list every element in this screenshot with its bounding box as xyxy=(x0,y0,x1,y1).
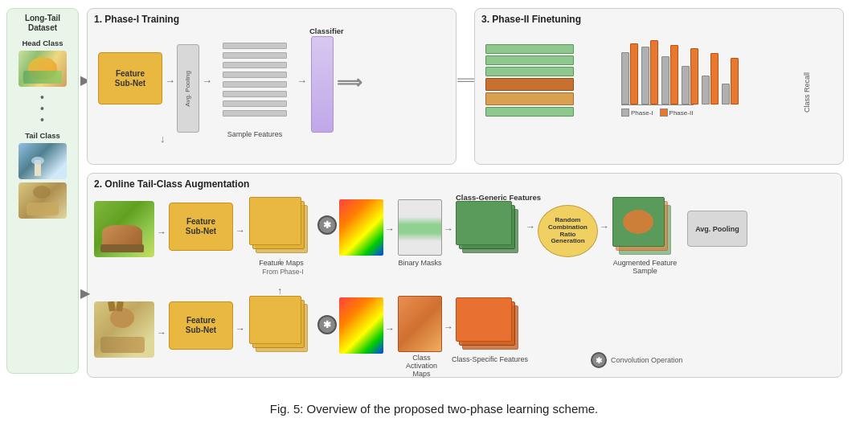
arrow-maps-to-conv-top: ↓ xyxy=(277,256,282,267)
head-class-image xyxy=(18,51,67,87)
heatmap-top xyxy=(339,199,383,256)
class-generic-features xyxy=(456,201,524,257)
figure-caption: Fig. 5: Overview of the proposed two-pha… xyxy=(270,402,599,416)
tail-class-label: Tail Class xyxy=(25,131,60,140)
online-inner: → Feature Sub-Net → Feature Maps From Ph… xyxy=(94,193,835,378)
cam-label: Class Activation Maps xyxy=(387,354,456,378)
conv-op-legend: ✱ Convolution Operation xyxy=(591,352,683,368)
arrow-to-random: → xyxy=(526,221,535,232)
conv-op-label: Convolution Operation xyxy=(611,356,683,364)
arrow-features-to-classifier: → xyxy=(297,75,307,87)
dataset-title: Long-Tail Dataset xyxy=(10,14,75,33)
class-specific-label: Class-Specific Features xyxy=(448,355,532,363)
sample-features-label: Sample Features xyxy=(215,130,295,138)
feature-maps-top xyxy=(249,197,313,257)
phase1-inner: Feature Sub-Net → Avg. Pooling → xyxy=(94,28,449,157)
arrow-sidebar-to-online: ▶ xyxy=(80,285,90,301)
arrow-subnet-top-to-maps: → xyxy=(235,225,245,236)
arrow-to-specific: → xyxy=(444,322,453,333)
online-avg-pooling: Avg. Pooling xyxy=(687,211,747,247)
arrow-subnet-to-pool: → xyxy=(165,75,175,87)
binary-masks-label: Binary Masks xyxy=(390,259,450,267)
online-box: 2. Online Tail-Class Augmentation → Feat… xyxy=(87,173,842,378)
legend-box-phase2 xyxy=(660,109,668,117)
class-recall-label: Class Recall xyxy=(803,40,811,113)
arrow-head-to-subnet-top: → xyxy=(157,227,166,238)
feature-maps-bottom xyxy=(249,296,313,356)
augmented-features xyxy=(612,197,677,257)
tail-class-image-1 xyxy=(18,143,67,179)
arrow-tail-to-subnet-bottom: → xyxy=(157,327,166,338)
phase2-inner: Class Recall Phase-I xyxy=(481,28,837,157)
legend-box-phase1 xyxy=(621,109,629,117)
augmented-label: Augmented Feature Sample xyxy=(607,259,683,275)
online-feature-subnet-bottom: Feature Sub-Net xyxy=(169,301,233,350)
legend-phase1-label: Phase-I xyxy=(631,109,653,117)
class-activation-maps xyxy=(398,296,442,352)
head-class-image-online xyxy=(94,201,154,257)
legend-phase2-label: Phase-II xyxy=(669,109,694,117)
arrow-pool-to-features: → xyxy=(202,75,212,87)
phase2-box: 3. Phase-II Finetuning Class Recall xyxy=(474,8,844,165)
chart-legend: Phase-I Phase-II xyxy=(621,109,803,117)
chart-baseline xyxy=(621,104,694,105)
tail-class-image-online xyxy=(94,301,154,358)
legend-phase2: Phase-II xyxy=(660,109,694,117)
head-class-label: Head Class xyxy=(22,39,63,47)
tail-class-image-2 xyxy=(18,182,67,219)
avg-pooling-label: Avg. Pooling xyxy=(185,71,192,107)
arrow-to-generic: → xyxy=(444,223,453,235)
dots-separator: ••• xyxy=(40,92,45,125)
phase1-box: 1. Phase-I Training Feature Sub-Net → Av… xyxy=(87,8,457,165)
arrow-down-to-online: ↓ xyxy=(160,133,166,145)
heatmap-bottom xyxy=(339,297,383,354)
legend-phase1: Phase-I xyxy=(621,109,653,117)
arrow-from-random: → xyxy=(600,221,609,232)
phase2-title: 3. Phase-II Finetuning xyxy=(481,14,837,25)
arrow-heatmap-bottom: → xyxy=(385,323,395,334)
random-combo-text: Random Combination Ratio Generation xyxy=(548,217,588,245)
arrow-phase1-to-phase2: ⟹ xyxy=(337,72,362,93)
main-container: Long-Tail Dataset Head Class ••• Tail Cl… xyxy=(0,0,868,422)
arrow-subnet-bottom-to-maps: → xyxy=(235,323,245,334)
online-feature-subnet-top: Feature Sub-Net xyxy=(169,203,233,251)
avg-pooling-box: Avg. Pooling xyxy=(177,44,199,133)
class-specific-features xyxy=(456,297,524,354)
classifier-label-top: Classifier xyxy=(309,27,344,35)
from-phase1-label: From Phase-I xyxy=(247,268,319,276)
phase2-features xyxy=(485,44,582,125)
phase1-title: 1. Phase-I Training xyxy=(94,14,449,25)
binary-mask-top xyxy=(398,199,442,256)
phase1-classifier xyxy=(311,36,334,133)
phase1-feature-subnet: Feature Sub-Net xyxy=(98,52,162,104)
conv-star-legend: ✱ xyxy=(591,352,607,368)
arrow-heatmap-top-to-mask: → xyxy=(385,223,395,235)
conv-star-bottom: ✱ xyxy=(317,315,337,334)
phase2-chart: Class Recall Phase-I xyxy=(618,32,803,137)
dataset-sidebar: Long-Tail Dataset Head Class ••• Tail Cl… xyxy=(6,8,79,374)
arrow-maps-to-conv-bottom: ↑ xyxy=(277,285,282,297)
bar-chart xyxy=(618,32,803,104)
conv-star-top: ✱ xyxy=(317,215,337,235)
sample-features-container: Sample Features xyxy=(215,43,295,127)
random-combo: Random Combination Ratio Generation xyxy=(538,205,598,257)
online-title: 2. Online Tail-Class Augmentation xyxy=(94,178,835,190)
